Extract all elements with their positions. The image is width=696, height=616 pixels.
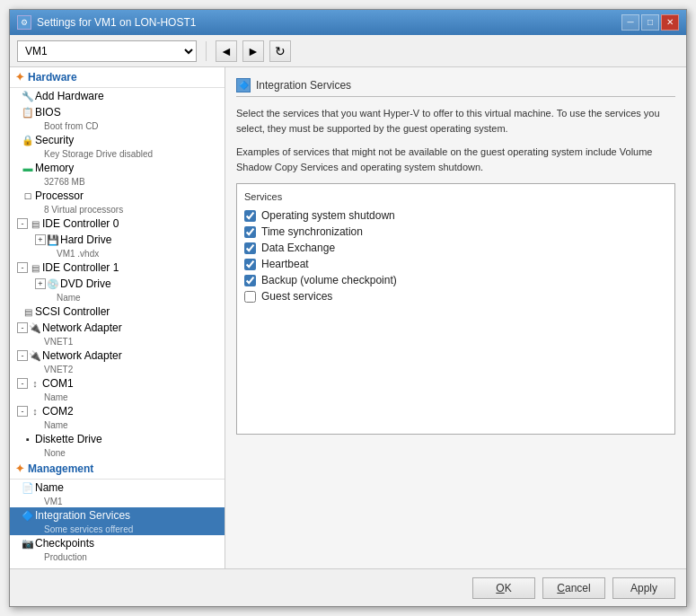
hardware-section-header: ✦ Hardware <box>10 67 225 88</box>
ide0-expand-icon[interactable]: - <box>17 218 28 229</box>
main-content: 🔷 Integration Services Select the servic… <box>225 67 686 568</box>
panel-icon: 🔷 <box>236 78 251 92</box>
forward-button[interactable]: ► <box>242 40 264 62</box>
service-heartbeat: Heartbeat <box>244 256 667 272</box>
minimize-button[interactable]: ─ <box>621 14 639 31</box>
sidebar-item-diskette[interactable]: ▪ Diskette Drive <box>10 431 225 447</box>
ok-label: O <box>496 582 504 594</box>
hard-drive-label: Hard Drive <box>60 233 111 246</box>
integration-label: Integration Services <box>35 509 130 522</box>
sidebar-item-bios[interactable]: 📋 BIOS <box>10 104 225 120</box>
management-star-icon: ✦ <box>15 462 24 475</box>
services-label: Services <box>244 191 667 202</box>
sidebar-item-mgmt-name[interactable]: 📄 Name <box>10 480 225 496</box>
service-guest-label: Guest services <box>261 290 332 303</box>
security-icon: 🔒 <box>21 133 35 147</box>
net1-sub: VNET1 <box>10 336 225 348</box>
hardware-label: Hardware <box>28 71 77 84</box>
service-backup-checkbox[interactable] <box>244 275 256 286</box>
scsi-label: SCSI Controller <box>35 305 110 318</box>
apply-button[interactable]: Apply <box>612 577 675 599</box>
service-heartbeat-checkbox[interactable] <box>244 259 256 270</box>
sidebar-item-memory[interactable]: ▬ Memory <box>10 160 225 176</box>
management-section-header: ✦ Management <box>10 459 225 480</box>
restore-button[interactable]: □ <box>641 14 659 31</box>
sidebar-item-net2[interactable]: - 🔌 Network Adapter <box>10 348 225 364</box>
processor-sub: 8 Virtual processors <box>10 204 225 216</box>
service-guest: Guest services <box>244 288 667 304</box>
service-heartbeat-label: Heartbeat <box>261 258 309 270</box>
processor-icon: □ <box>21 189 35 203</box>
content-area: ✦ Hardware 🔧 Add Hardware 📋 BIOS Boot fr… <box>10 67 686 568</box>
service-time-sync-label: Time synchronization <box>261 225 363 238</box>
sidebar-item-add-hardware[interactable]: 🔧 Add Hardware <box>10 88 225 104</box>
sidebar-item-security[interactable]: 🔒 Security <box>10 132 225 148</box>
refresh-button[interactable]: ↻ <box>269 40 291 62</box>
apply-label: Apply <box>630 582 657 594</box>
sidebar-item-checkpoints[interactable]: 📷 Checkpoints <box>10 535 225 551</box>
sidebar-item-ide0[interactable]: - ▤ IDE Controller 0 <box>10 216 225 232</box>
panel-title: Integration Services <box>256 79 351 92</box>
sidebar-item-scsi[interactable]: ▤ SCSI Controller <box>10 304 225 320</box>
dvd-expand-icon[interactable]: + <box>35 278 46 289</box>
hardware-star-icon: ✦ <box>15 71 24 84</box>
window-title: Settings for VM1 on LON-HOST1 <box>37 16 196 29</box>
checkpoints-icon: 📷 <box>21 536 35 550</box>
sidebar-item-ide1[interactable]: - ▤ IDE Controller 1 <box>10 260 225 276</box>
service-backup: Backup (volume checkpoint) <box>244 272 667 288</box>
checkpoints-label: Checkpoints <box>35 537 94 550</box>
title-bar-left: ⚙ Settings for VM1 on LON-HOST1 <box>17 15 196 30</box>
com2-label: COM2 <box>42 405 74 418</box>
toolbar-separator <box>206 41 207 61</box>
vm-select[interactable]: VM1 <box>17 40 197 62</box>
com1-expand-icon[interactable]: - <box>17 378 28 389</box>
desc1: Select the services that you want Hyper-… <box>236 106 675 136</box>
net1-expand-icon[interactable]: - <box>17 322 28 333</box>
com2-icon: ↕ <box>28 404 42 418</box>
service-data-exchange-checkbox[interactable] <box>244 242 256 254</box>
com2-sub: Name <box>10 419 225 431</box>
cancel-button[interactable]: Cancel <box>542 577 605 599</box>
service-data-exchange-label: Data Exchange <box>261 242 335 254</box>
hard-drive-sub: VM1 .vhdx <box>10 248 225 260</box>
sidebar-item-dvd[interactable]: + 💿 DVD Drive <box>10 276 225 292</box>
com1-icon: ↕ <box>28 376 42 391</box>
sidebar-item-com1[interactable]: - ↕ COM1 <box>10 375 225 392</box>
net1-icon: 🔌 <box>28 321 42 335</box>
add-hardware-icon: 🔧 <box>21 89 35 103</box>
close-button[interactable]: ✕ <box>661 14 679 31</box>
hard-drive-icon: 💾 <box>46 233 60 247</box>
sidebar-item-integration[interactable]: 🔷 Integration Services <box>10 507 225 524</box>
service-os-shutdown-checkbox[interactable] <box>244 210 256 222</box>
add-hardware-label: Add Hardware <box>35 90 104 102</box>
ide1-icon: ▤ <box>28 260 42 275</box>
service-guest-checkbox[interactable] <box>244 291 256 303</box>
mgmt-name-label: Name <box>35 481 64 494</box>
cancel-label: C <box>557 582 565 594</box>
ide1-expand-icon[interactable]: - <box>17 262 28 273</box>
sidebar-item-hard-drive[interactable]: + 💾 Hard Drive <box>10 232 225 248</box>
security-label: Security <box>35 134 74 146</box>
com2-expand-icon[interactable]: - <box>17 406 28 417</box>
title-bar-controls: ─ □ ✕ <box>621 14 679 31</box>
bios-icon: 📋 <box>21 105 35 119</box>
back-button[interactable]: ◄ <box>216 40 237 62</box>
desc2: Examples of services that might not be a… <box>236 145 675 174</box>
ide0-icon: ▤ <box>28 216 42 231</box>
settings-window: ⚙ Settings for VM1 on LON-HOST1 ─ □ ✕ VM… <box>9 9 687 607</box>
security-sub: Key Storage Drive disabled <box>10 148 225 160</box>
ide0-label: IDE Controller 0 <box>42 217 119 230</box>
sidebar-item-net1[interactable]: - 🔌 Network Adapter <box>10 320 225 336</box>
service-time-sync-checkbox[interactable] <box>244 226 256 238</box>
sidebar-item-processor[interactable]: □ Processor <box>10 188 225 204</box>
processor-label: Processor <box>35 189 84 202</box>
net2-expand-icon[interactable]: - <box>17 350 28 361</box>
com1-label: COM1 <box>42 377 74 390</box>
sidebar-item-com2[interactable]: - ↕ COM2 <box>10 403 225 419</box>
hard-drive-expand-icon[interactable]: + <box>35 234 46 245</box>
memory-icon: ▬ <box>21 161 35 175</box>
service-os-shutdown: Operating system shutdown <box>244 207 667 224</box>
services-box: Services Operating system shutdown Time … <box>236 183 675 435</box>
ok-button[interactable]: OK <box>472 577 535 599</box>
dvd-sub: Name <box>10 292 225 304</box>
